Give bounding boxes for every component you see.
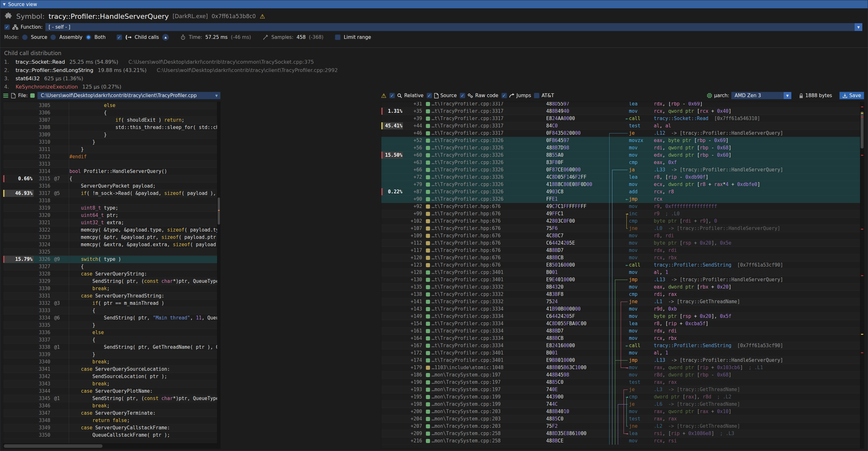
jumps-label[interactable]: Jumps — [517, 93, 531, 98]
child-call-entry[interactable]: 2.tracy::Profiler::SendLongString19.88 m… — [4, 66, 868, 74]
asm-row[interactable]: +72…t\TracyProfiler.cpp:33264C8D05F146F2… — [381, 174, 860, 181]
source-row[interactable]: 3349 case ServerQueryCallstackFrame: — [3, 424, 217, 431]
file-list-icon[interactable] — [3, 93, 9, 98]
function-combo-arrow-icon[interactable]: ▼ — [855, 23, 862, 31]
source-row[interactable]: 3312#endif — [3, 153, 217, 160]
mode-radio-source[interactable] — [22, 34, 28, 40]
asm-row[interactable]: +130…t\TracyProfiler.cpp:3401E9E4010000j… — [381, 276, 860, 283]
asm-row[interactable]: +52…t\TracyProfiler.cpp:33260FB64597movz… — [381, 137, 860, 144]
asm-row[interactable]: +149…t\TracyProfiler.cpp:3334C64424205Fm… — [381, 313, 860, 320]
source-row[interactable]: 3333 { — [3, 307, 217, 314]
source-row[interactable]: 3316 ServerQueryPacket payload; — [3, 182, 217, 190]
asm-row[interactable]: +123…t\TracyProfiler.hpp:676E850160000←c… — [381, 262, 860, 269]
source-row[interactable]: 3334@6 SendString( ptr, "Main thread", 1… — [3, 314, 217, 322]
asm-row[interactable]: +128…t\TracyProfiler.cpp:3401B001moval, … — [381, 269, 860, 276]
asm-row[interactable]: +90…t\TracyProfiler.cpp:3326FFE1←jmprcx — [381, 196, 860, 203]
asm-row[interactable]: +154…t\TracyProfiler.cpp:33344C8D055FBA0… — [381, 320, 860, 327]
asm-row[interactable]: +204…mon\TracySystem.cpp:2034885C0testra… — [381, 415, 860, 423]
source-row[interactable]: 3337 { — [3, 336, 217, 344]
source-row[interactable]: 3323 memcpy( &ptr, &payload.ptr, sizeof(… — [3, 234, 217, 241]
source-row[interactable]: 3350 QueueCallstackFrame( ptr ); — [3, 431, 217, 439]
source-row[interactable]: 3309 } — [3, 131, 217, 139]
asm-row[interactable]: +79…t\TracyProfiler.cpp:3326418B8C80E0BF… — [381, 181, 860, 188]
file-combo-arrow-icon[interactable]: ▼ — [213, 92, 220, 99]
source-row[interactable]: 3328 case ServerQueryString: — [3, 270, 217, 278]
asm-row[interactable]: +107…t\TracyProfiler.hpp:67675F6jne.L0 -… — [381, 225, 860, 232]
source-row[interactable]: 3348 return false; — [3, 417, 217, 424]
source-row[interactable]: 3340 break; — [3, 358, 217, 366]
asm-row[interactable]: +39…t\TracyProfiler.cpp:3317E824AA0000←c… — [381, 115, 860, 122]
asm-row[interactable]: 1.31%+35…t\TracyProfiler.cpp:3317488B494… — [381, 108, 860, 115]
function-checkbox[interactable]: ✓ — [4, 24, 10, 30]
asm-row[interactable]: +66…t\TracyProfiler.cpp:33260F87CE060000… — [381, 166, 860, 174]
asm-row[interactable]: +164…t\TracyProfiler.cpp:3334488BCBmovrc… — [381, 335, 860, 342]
source-row[interactable]: 3324 memcpy( &extra, &payload.extra, siz… — [3, 241, 217, 248]
asm-row[interactable]: +141…t\TracyProfiler.cpp:33327524jne.L1 … — [381, 298, 860, 305]
source-row[interactable]: 3313 — [3, 160, 217, 168]
asm-row[interactable]: +109…t\TracyProfiler.hpp:6764C8BC7movr8,… — [381, 232, 860, 240]
limit-range-checkbox[interactable]: ✓ — [335, 34, 341, 40]
source-row[interactable]: 3343 break; — [3, 380, 217, 388]
limit-range-label[interactable]: Limit range — [344, 34, 371, 40]
asm-row[interactable]: 15.50%+60…t\TracyProfiler.cpp:33268B55A0… — [381, 152, 860, 159]
asm-row[interactable]: 0.22%+87…t\TracyProfiler.cpp:33264903C8a… — [381, 188, 860, 196]
source-row[interactable]: 3332@3 if( ptr == m_mainThread ) — [3, 300, 217, 307]
raw-code-checkbox[interactable]: ✓ — [460, 93, 465, 98]
source-row[interactable]: 3329 SendString( ptr, (const char*)ptr, … — [3, 278, 217, 285]
asm-row[interactable]: +172…t\TracyProfiler.cpp:3401B001moval, … — [381, 350, 860, 357]
asm-row[interactable]: +179…1103\include\atomic:1048488B05B63C1… — [381, 364, 860, 371]
source-row[interactable]: 3319 uint8_t type; — [3, 205, 217, 212]
symbol-warning-icon[interactable]: ⚠ — [260, 13, 265, 20]
asm-row[interactable]: +56…t\TracyProfiler.cpp:3326488B7D98movr… — [381, 144, 860, 152]
uarch-combo[interactable]: AMD Zen 3 ▼ — [731, 92, 792, 99]
source-row[interactable]: 3341 case ServerQuerySourceLocation: — [3, 366, 217, 373]
asm-row[interactable]: 45.41%+44…t\TracyProfiler.cpp:331784C0te… — [381, 122, 860, 130]
uarch-combo-arrow-icon[interactable]: ▼ — [784, 92, 791, 99]
asm-row[interactable]: +143…t\TracyProfiler.cpp:333441B90B00000… — [381, 305, 860, 313]
asm-row[interactable]: +216…mon\TracySystem.cpp:258488BCEmovrcx… — [381, 437, 860, 445]
mode-radio-both[interactable] — [86, 34, 91, 40]
save-button[interactable]: Save — [839, 92, 864, 99]
source-row[interactable]: 0.66%3315@7{ — [3, 175, 217, 182]
relative-label[interactable]: Relative — [404, 93, 424, 98]
source-row[interactable]: 3320 uint64_t ptr; — [3, 212, 217, 219]
titlebar[interactable]: ▼ Source view — [0, 0, 868, 9]
asm-row[interactable]: +120…t\TracyProfiler.hpp:676488BCBmovrcx… — [381, 254, 860, 262]
asm-row[interactable]: +138…t\TracyProfiler.cpp:3332483BF8cmprd… — [381, 291, 860, 298]
source-checkbox[interactable]: ✓ — [427, 93, 432, 98]
source-horizontal-scrollbar[interactable] — [3, 443, 217, 448]
child-call-entry[interactable]: 1.tracy::Socket::Read25.25 ms (54.89%)C:… — [4, 58, 868, 66]
collapse-triangle-icon[interactable]: ▼ — [3, 2, 5, 6]
asm-row[interactable]: +200…mon\TracySystem.cpp:203488B4010movr… — [381, 408, 860, 415]
source-row[interactable]: 3344 case ServerQueryPlotName: — [3, 388, 217, 395]
source-row[interactable]: 3338@1 SendString( ptr, GetThreadName( p… — [3, 344, 217, 351]
asm-row[interactable]: +135…t\TracyProfiler.cpp:33328B4320movea… — [381, 283, 860, 291]
source-row[interactable]: 3327 { — [3, 263, 217, 270]
source-row[interactable]: 3342 SendSourceLocation( ptr ); — [3, 373, 217, 380]
source-scrollbar-thumb[interactable] — [218, 198, 220, 224]
mode-assembly-label[interactable]: Assembly — [59, 34, 82, 40]
asm-warning-icon[interactable]: ⚠ — [381, 92, 386, 99]
source-row[interactable]: 3325 — [3, 248, 217, 256]
source-row[interactable]: 3345@1 SendString( ptr, (const char*)ptr… — [3, 395, 217, 402]
child-calls-checkbox[interactable]: ✓ — [117, 34, 122, 40]
child-call-entry[interactable]: 3.stat64i32625 μs (1.36%) — [4, 74, 868, 83]
child-calls-label[interactable]: Child calls — [135, 34, 159, 40]
asm-row[interactable]: +209…mon\TracySystem.cpp:258488D35E88610… — [381, 430, 860, 437]
asm-row[interactable]: +117…t\TracyProfiler.hpp:676488BD7movrdx… — [381, 247, 860, 254]
source-row[interactable]: 3331 case ServerQueryThreadString: — [3, 292, 217, 300]
source-row[interactable]: 3347 case ServerQueryTerminate: — [3, 410, 217, 417]
asm-row[interactable]: +186…mon\TracySystem.cpp:197448B4598movr… — [381, 371, 860, 379]
relative-checkbox[interactable]: ✓ — [389, 93, 395, 98]
source-row[interactable]: 3336 else — [3, 329, 217, 336]
mode-radio-assembly[interactable] — [50, 34, 56, 40]
source-row[interactable]: 3314bool Profiler::HandleServerQuery() — [3, 168, 217, 175]
asm-vertical-scrollbar[interactable] — [860, 102, 864, 448]
source-row[interactable]: 3308 std::this_thread::sleep_for( std::c… — [3, 124, 217, 131]
file-combo[interactable]: C:\Users\wolf\Desktop\darkrl\contrib\tra… — [37, 92, 221, 99]
source-row[interactable]: 46.93%3317@5 if( !m_sock->Read( &payload… — [3, 190, 217, 197]
mode-source-label[interactable]: Source — [31, 34, 48, 40]
asm-row[interactable]: +92…t\TracyProfiler.hpp:67649C7C1FFFFFFF… — [381, 203, 860, 210]
asm-row[interactable]: +102…t\TracyProfiler.hpp:67642803C0F00cm… — [381, 217, 860, 225]
source-label[interactable]: Source — [440, 93, 457, 98]
